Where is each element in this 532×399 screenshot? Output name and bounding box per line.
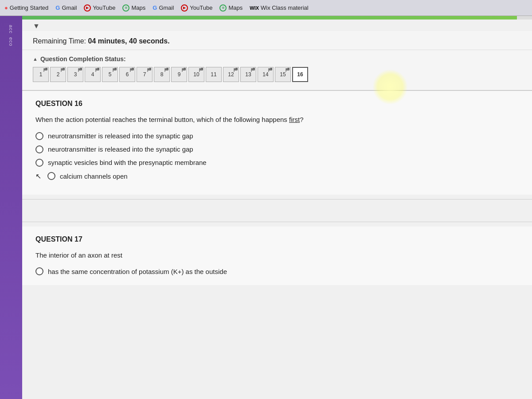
q-btn-4[interactable]: 4 [85,67,101,82]
svg-marker-2 [61,68,64,70]
option-17-a-text: has the same concentration of potassium … [48,268,227,275]
timer-text: Remaining Time: 04 minutes, 40 seconds. [33,37,170,45]
svg-marker-20 [234,68,237,70]
completion-label: Question Completion Status: [33,55,521,63]
svg-marker-8 [113,68,116,70]
option-16-a-text: neurotransmitter is released into the sy… [48,132,193,140]
svg-marker-22 [251,68,254,70]
svg-marker-10 [130,68,133,70]
timer-value: 04 minutes, 40 seconds. [88,37,170,45]
svg-marker-18 [200,68,203,70]
q-btn-7[interactable]: 7 [137,67,153,82]
radio-16-c[interactable] [35,159,43,167]
progress-bar-fill [22,16,517,20]
svg-marker-16 [182,68,185,70]
tab-maps-1[interactable]: ⊕ Maps [122,4,145,12]
completion-status-section: Question Completion Status: 1 2 3 4 5 6 … [22,50,532,90]
svg-marker-12 [148,68,151,70]
question-17-text: The interior of an axon at rest [35,250,519,261]
tab-wix[interactable]: WIX Wix Class material [250,4,308,11]
radio-16-d[interactable] [47,172,55,180]
sidebar-strip: acc eco [0,16,22,399]
q-btn-15[interactable]: 15 [275,67,291,82]
svg-marker-24 [269,68,272,70]
q-btn-13[interactable]: 13 [240,67,256,82]
tab-label: Gmail [159,4,174,11]
q-btn-11[interactable]: 11 [206,67,222,82]
q-btn-6[interactable]: 6 [119,67,135,82]
tab-label: Maps [131,4,145,11]
radio-16-a[interactable] [35,132,43,140]
youtube-icon: ▶ [84,4,91,12]
radio-16-b[interactable] [35,145,43,153]
svg-marker-6 [96,68,99,70]
maps-icon-2: ⊕ [219,4,227,12]
circle-icon: ● [4,4,8,11]
tab-getting-started[interactable]: ● Getting Started [4,4,48,11]
tab-gmail-2[interactable]: G Gmail [153,4,174,11]
question-17-title: QUESTION 17 [35,235,519,243]
timer-section: Remaining Time: 04 minutes, 40 seconds. [22,31,532,50]
wix-icon: WIX [250,5,259,11]
q-btn-9[interactable]: 9 [171,67,187,82]
question-16-title: QUESTION 16 [35,100,519,108]
cursor-arrow-icon: ↖ [35,172,41,180]
option-16-a[interactable]: neurotransmitter is released into the sy… [35,132,519,140]
option-16-c-text: synaptic vesicles bind with the presynap… [48,159,207,166]
tab-gmail-1[interactable]: G Gmail [55,4,77,11]
svg-marker-26 [286,68,289,70]
q-btn-2[interactable]: 2 [50,67,66,82]
maps-icon: ⊕ [122,4,129,12]
q-btn-3[interactable]: 3 [67,67,83,82]
section-divider-2 [22,199,532,200]
tab-label: YouTube [190,4,212,11]
browser-tab-bar: ● Getting Started G Gmail ▶ YouTube ⊕ Ma… [0,0,532,16]
option-16-d[interactable]: ↖ calcium channels open [35,172,519,180]
progress-bar-container [22,16,532,20]
option-16-d-text: calcium channels open [60,172,128,180]
svg-marker-14 [165,68,168,70]
radio-17-a[interactable] [35,267,43,275]
tab-label: Maps [228,4,243,11]
option-17-a[interactable]: has the same concentration of potassium … [35,267,519,275]
q-btn-5[interactable]: 5 [102,67,118,82]
tab-label: Getting Started [10,4,48,11]
sidebar-text-acc: acc [8,25,14,34]
q-btn-8[interactable]: 8 [154,67,170,82]
tab-label: Wix Class material [261,4,309,11]
question-16-section: QUESTION 16 When the action potential re… [22,91,532,195]
gmail-icon: G [55,4,60,11]
youtube-icon-2: ▶ [181,4,188,12]
main-content: ▼ Remaining Time: 04 minutes, 40 seconds… [22,16,532,399]
q-btn-10[interactable]: 10 [188,67,204,82]
tab-youtube-2[interactable]: ▶ YouTube [181,4,212,12]
q-btn-16[interactable]: 16 [292,67,308,82]
option-16-b-text: neurotransmitter is released into the sy… [48,145,193,153]
q-btn-12[interactable]: 12 [223,67,239,82]
question-17-section: QUESTION 17 The interior of an axon at r… [22,227,532,286]
q-btn-14[interactable]: 14 [258,67,274,82]
option-16-b[interactable]: neurotransmitter is released into the sy… [35,145,519,153]
tab-label: YouTube [93,4,115,11]
question-grid: 1 2 3 4 5 6 7 8 9 10 11 12 13 14 15 16 [33,67,521,86]
tab-label: Gmail [62,4,77,11]
svg-marker-4 [78,68,82,70]
svg-marker-0 [44,68,47,70]
section-divider-3 [22,222,532,222]
question-16-text: When the action potential reaches the te… [35,115,519,125]
tab-youtube-1[interactable]: ▶ YouTube [84,4,115,12]
option-16-c[interactable]: synaptic vesicles bind with the presynap… [35,159,519,167]
tab-maps-2[interactable]: ⊕ Maps [219,4,243,12]
sidebar-text-eco: eco [8,37,14,47]
q-btn-1[interactable]: 1 [33,67,49,82]
dropdown-arrow-icon[interactable]: ▼ [33,22,40,30]
gmail-icon-2: G [153,4,157,11]
